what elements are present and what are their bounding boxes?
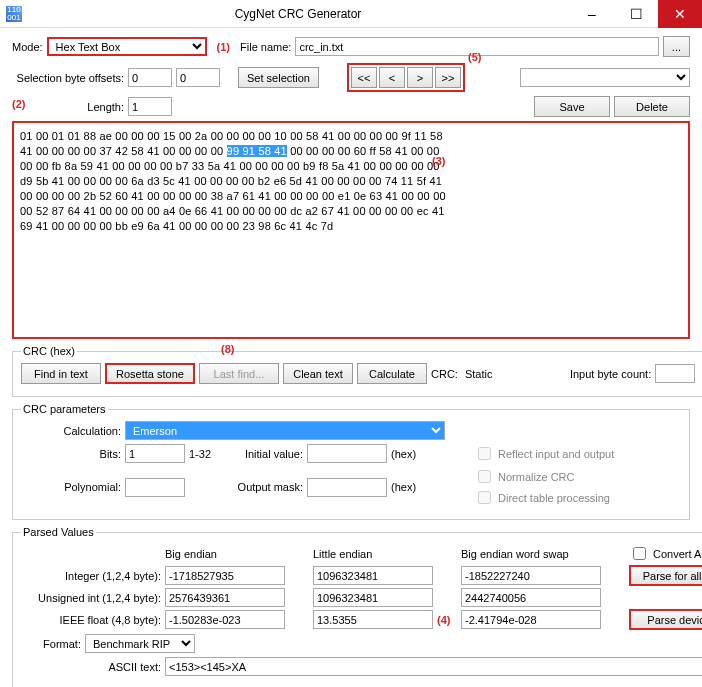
mode-select[interactable]: Hex Text Box xyxy=(47,37,207,56)
delete-button[interactable]: Delete xyxy=(614,96,690,117)
poly-field xyxy=(125,478,185,497)
annotation-4: (4) xyxy=(437,614,457,626)
maximize-button[interactable]: ☐ xyxy=(614,0,658,28)
integer-label: Integer (1,2,4 byte): xyxy=(21,570,161,582)
file-browse-button[interactable]: ... xyxy=(663,36,690,57)
length-label: Length: xyxy=(12,101,124,113)
find-in-text-button[interactable]: Find in text xyxy=(21,363,101,384)
crc-value-field xyxy=(462,364,562,383)
calculation-select[interactable]: Emerson xyxy=(125,421,445,440)
crc-params-group: CRC parameters Calculation: Emerson Bits… xyxy=(12,403,690,520)
calculate-button[interactable]: Calculate xyxy=(357,363,427,384)
mask-label: Output mask: xyxy=(233,481,303,493)
crc-label: CRC: xyxy=(431,368,458,380)
reflect-checkbox: Reflect input and output xyxy=(474,444,614,463)
mode-label: Mode: xyxy=(12,41,43,53)
init-value-field xyxy=(307,444,387,463)
hex-selection: 99 91 58 41 xyxy=(227,145,287,157)
uint-label: Unsigned int (1,2,4 byte): xyxy=(21,592,161,604)
byte-count-label: Input byte count: xyxy=(570,368,651,380)
format-select[interactable]: Benchmark RIP xyxy=(85,634,195,653)
app-icon: 110001 xyxy=(6,6,22,22)
annotation-1: (1) xyxy=(217,41,230,53)
uint-be-field xyxy=(165,588,285,607)
bits-field xyxy=(125,444,185,463)
int-le-field xyxy=(313,566,433,585)
bits-range: 1-32 xyxy=(189,448,229,460)
nav-first-button[interactable]: << xyxy=(351,67,377,88)
uint-le-field xyxy=(313,588,433,607)
save-button[interactable]: Save xyxy=(534,96,610,117)
big-endian-header: Big endian xyxy=(165,548,285,560)
hex-text-box[interactable]: 01 00 01 01 88 ae 00 00 00 15 00 2a 00 0… xyxy=(12,121,690,339)
parse-device-button[interactable]: Parse device specific xyxy=(629,609,702,630)
float-be-field xyxy=(165,610,285,629)
ascii-text-field xyxy=(165,657,702,676)
nav-next-button[interactable]: > xyxy=(407,67,433,88)
crc-params-legend: CRC parameters xyxy=(21,403,108,415)
hex-hint-1: (hex) xyxy=(391,448,416,460)
offsets-label: Selection byte offsets: xyxy=(12,72,124,84)
byte-count-field xyxy=(655,364,695,383)
minimize-button[interactable]: – xyxy=(570,0,614,28)
uint-ws-field xyxy=(461,588,601,607)
int-be-field xyxy=(165,566,285,585)
preset-select[interactable] xyxy=(520,68,690,87)
float-label: IEEE float (4,8 byte): xyxy=(21,614,161,626)
convert-ascii-checkbox[interactable]: Convert ASCII to binary xyxy=(629,544,702,563)
nav-prev-button[interactable]: < xyxy=(379,67,405,88)
float-le-field xyxy=(313,610,433,629)
calculation-label: Calculation: xyxy=(21,425,121,437)
annotation-8: (8) xyxy=(221,343,234,355)
rosetta-stone-button[interactable]: Rosetta stone xyxy=(105,363,195,384)
init-value-label: Initial value: xyxy=(233,448,303,460)
word-swap-header: Big endian word swap xyxy=(461,548,601,560)
int-ws-field xyxy=(461,566,601,585)
length-field[interactable] xyxy=(128,97,172,116)
file-name-label: File name: xyxy=(240,41,291,53)
offset-end-field[interactable] xyxy=(176,68,220,87)
nav-last-button[interactable]: >> xyxy=(435,67,461,88)
poly-label: Polynomial: xyxy=(21,481,121,493)
ascii-label: ASCII text: xyxy=(21,661,161,673)
nav-buttons: << < > >> xyxy=(347,63,465,92)
crc-hex-legend: CRC (hex) xyxy=(21,345,77,357)
close-button[interactable]: ✕ xyxy=(658,0,702,28)
hex-hint-2: (hex) xyxy=(391,481,416,493)
float-ws-field xyxy=(461,610,601,629)
bits-label: Bits: xyxy=(21,448,121,460)
titlebar: 110001 CygNet CRC Generator – ☐ ✕ xyxy=(0,0,702,28)
parse-all-button[interactable]: Parse for all data types xyxy=(629,565,702,586)
set-selection-button[interactable]: Set selection xyxy=(238,67,319,88)
last-find-button: Last find... xyxy=(199,363,279,384)
normalize-checkbox: Normalize CRC xyxy=(474,467,610,486)
offset-start-field[interactable] xyxy=(128,68,172,87)
parsed-values-legend: Parsed Values xyxy=(21,526,96,538)
crc-hex-group: CRC (hex) (8) Find in text Rosetta stone… xyxy=(12,345,702,397)
mask-field xyxy=(307,478,387,497)
clean-text-button[interactable]: Clean text xyxy=(283,363,353,384)
format-label: Format: xyxy=(21,638,81,650)
annotation-5: (5) xyxy=(468,51,481,63)
little-endian-header: Little endian xyxy=(313,548,433,560)
annotation-3: (3) xyxy=(432,155,445,167)
window-title: CygNet CRC Generator xyxy=(26,7,570,21)
parsed-values-group: Parsed Values Big endian Little endian B… xyxy=(12,526,702,687)
direct-table-checkbox: Direct table processing xyxy=(474,488,610,507)
annotation-2: (2) xyxy=(12,98,25,110)
